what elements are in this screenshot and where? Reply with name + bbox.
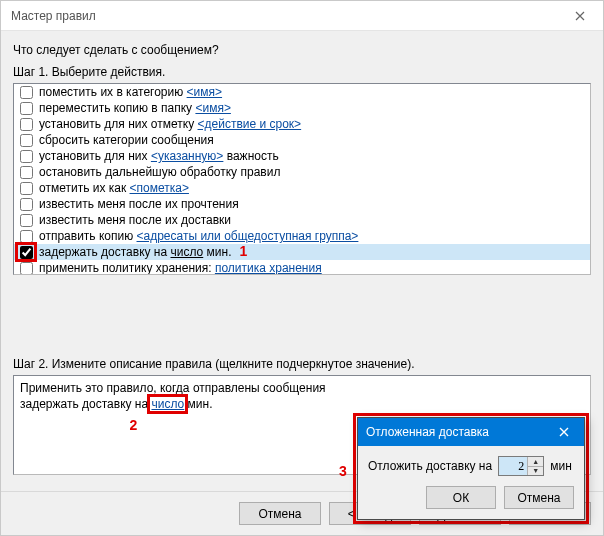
rule-row[interactable]: отправить копию <адресаты или общедоступ…	[14, 228, 590, 244]
desc-number-link[interactable]: число	[151, 397, 184, 411]
rule-param-link[interactable]: политика хранения	[215, 261, 322, 275]
subdialog-close-icon[interactable]	[544, 418, 584, 446]
rule-row[interactable]: сбросить категории сообщения	[14, 132, 590, 148]
defer-label-post: мин	[550, 459, 572, 473]
rule-row[interactable]: переместить копию в папку <имя>	[14, 100, 590, 116]
rule-checkbox[interactable]	[20, 86, 33, 99]
rule-checkbox[interactable]	[20, 102, 33, 115]
rule-label: задержать доставку на число мин.	[39, 245, 232, 259]
rule-checkbox[interactable]	[20, 166, 33, 179]
rule-label: установить для них <указанную> важность	[39, 149, 279, 163]
question-label: Что следует сделать с сообщением?	[13, 43, 591, 57]
rule-label: сбросить категории сообщения	[39, 133, 214, 147]
rule-checkbox[interactable]	[20, 118, 33, 131]
rules-wizard-window: Мастер правил Что следует сделать с сооб…	[0, 0, 604, 536]
subdialog-cancel-button[interactable]: Отмена	[504, 486, 574, 509]
rule-row[interactable]: остановить дальнейшую обработку правил	[14, 164, 590, 180]
desc-line2: задержать доставку на число мин.	[20, 396, 584, 412]
rule-checkbox[interactable]	[20, 230, 33, 243]
rule-row[interactable]: отметить их как <пометка>	[14, 180, 590, 196]
cancel-button[interactable]: Отмена	[239, 502, 321, 525]
rule-checkbox[interactable]	[20, 214, 33, 227]
rule-param-link[interactable]: <пометка>	[130, 181, 189, 195]
rule-label: остановить дальнейшую обработку правил	[39, 165, 280, 179]
rule-label: отправить копию <адресаты или общедоступ…	[39, 229, 358, 243]
rule-row[interactable]: установить для них отметку <действие и с…	[14, 116, 590, 132]
rule-param-link[interactable]: число	[170, 245, 203, 259]
rule-param-link[interactable]: <имя>	[187, 85, 222, 99]
rule-param-link[interactable]: <имя>	[195, 101, 230, 115]
rule-checkbox[interactable]	[20, 150, 33, 163]
rule-label: известить меня после их прочтения	[39, 197, 239, 211]
titlebar: Мастер правил	[1, 1, 603, 31]
rule-row[interactable]: известить меня после их доставки	[14, 212, 590, 228]
subdialog-title: Отложенная доставка	[366, 425, 544, 439]
minutes-stepper[interactable]: ▲ ▼	[498, 456, 544, 476]
rule-param-link[interactable]: <указанную>	[151, 149, 224, 163]
rule-label: установить для них отметку <действие и с…	[39, 117, 301, 131]
rule-row[interactable]: поместить их в категорию <имя>	[14, 84, 590, 100]
rule-row[interactable]: применить политику хранения: политика хр…	[14, 260, 590, 275]
rule-param-link[interactable]: <действие и срок>	[198, 117, 302, 131]
subdialog-ok-button[interactable]: ОК	[426, 486, 496, 509]
step2-label: Шаг 2. Измените описание правила (щелкни…	[13, 357, 591, 371]
desc-line1: Применить это правило, когда отправлены …	[20, 380, 584, 396]
rule-label: известить меня после их доставки	[39, 213, 231, 227]
dialog-body: Что следует сделать с сообщением? Шаг 1.…	[1, 31, 603, 491]
rule-checkbox[interactable]	[20, 198, 33, 211]
deferred-delivery-dialog: Отложенная доставка Отложить доставку на…	[357, 417, 585, 520]
stepper-down-icon[interactable]: ▼	[528, 467, 543, 476]
subdialog-titlebar: Отложенная доставка	[358, 418, 584, 446]
rule-row[interactable]: задержать доставку на число мин.	[14, 244, 590, 260]
stepper-up-icon[interactable]: ▲	[528, 457, 543, 467]
rule-checkbox[interactable]	[20, 134, 33, 147]
rule-checkbox[interactable]	[20, 182, 33, 195]
rule-param-link[interactable]: <адресаты или общедоступная группа>	[137, 229, 359, 243]
rule-label: отметить их как <пометка>	[39, 181, 189, 195]
rule-checkbox[interactable]	[20, 246, 33, 259]
actions-list[interactable]: поместить их в категорию <имя>переместит…	[13, 83, 591, 275]
rule-row[interactable]: установить для них <указанную> важность	[14, 148, 590, 164]
rule-checkbox[interactable]	[20, 262, 33, 275]
close-icon[interactable]	[557, 1, 603, 31]
minutes-input[interactable]	[499, 457, 527, 475]
rule-label: применить политику хранения: политика хр…	[39, 261, 322, 275]
rule-label: переместить копию в папку <имя>	[39, 101, 231, 115]
step1-label: Шаг 1. Выберите действия.	[13, 65, 591, 79]
defer-label-pre: Отложить доставку на	[368, 459, 492, 473]
window-title: Мастер правил	[11, 9, 557, 23]
rule-label: поместить их в категорию <имя>	[39, 85, 222, 99]
rule-row[interactable]: известить меня после их прочтения	[14, 196, 590, 212]
